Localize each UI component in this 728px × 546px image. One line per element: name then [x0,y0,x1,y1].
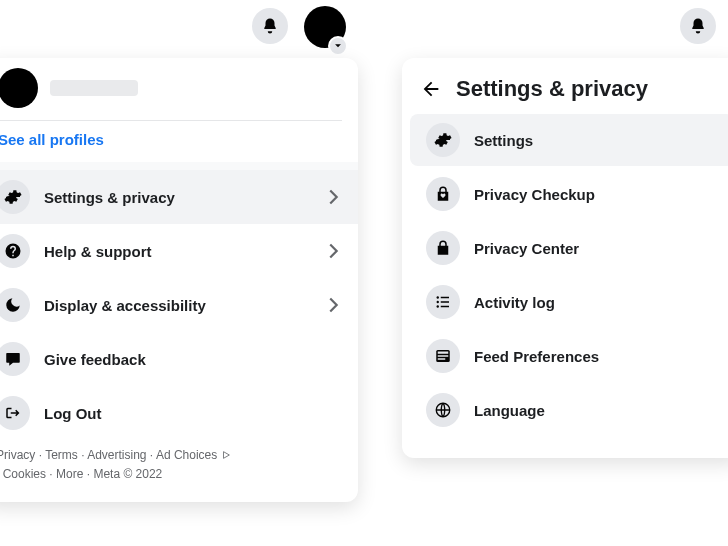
svg-rect-7 [438,352,449,354]
profile-name-placeholder [50,80,138,96]
avatar [0,68,38,108]
notifications-button[interactable] [252,8,288,44]
menu-item-settings-privacy[interactable]: Settings & privacy [0,170,358,224]
feedback-icon [0,342,30,376]
menu-item-label: Settings & privacy [44,189,308,206]
menu-item-label: Display & accessibility [44,297,308,314]
globe-icon [426,393,460,427]
menu-item-log-out[interactable]: Log Out [0,386,358,440]
svg-point-1 [437,301,439,303]
footer-links: Privacy · Terms · Advertising · Ad Choic… [0,440,358,502]
help-icon [0,234,30,268]
settings-item-label: Activity log [474,294,718,311]
account-menu-toggle[interactable] [328,36,348,56]
svg-point-2 [437,305,439,307]
footer-privacy[interactable]: Privacy [0,448,35,462]
profile-row[interactable] [0,58,358,112]
chevron-right-icon [322,240,344,262]
topbar-right [400,0,728,46]
footer-more[interactable]: More [56,467,83,481]
settings-item-settings[interactable]: Settings [410,114,728,166]
menu-item-help-support[interactable]: Help & support [0,224,358,278]
footer-ad-choices[interactable]: Ad Choices [156,448,217,462]
settings-item-label: Language [474,402,718,419]
chevron-down-icon [333,41,343,51]
menu-item-display-accessibility[interactable]: Display & accessibility [0,278,358,332]
see-all-profiles-link[interactable]: See all profiles [0,123,358,162]
settings-item-activity-log[interactable]: Activity log [410,276,728,328]
settings-item-label: Feed Preferences [474,348,718,365]
bell-icon [689,17,707,35]
svg-rect-9 [438,358,446,360]
footer-meta: Meta © 2022 [93,467,162,481]
settings-privacy-panel: Settings & privacy Settings Privacy Chec… [402,58,728,458]
moon-icon [0,288,30,322]
chevron-right-icon [322,294,344,316]
divider [0,120,342,121]
settings-item-language[interactable]: Language [410,384,728,436]
list-icon [426,285,460,319]
topbar-left [0,0,364,46]
logout-icon [0,396,30,430]
settings-item-label: Settings [474,132,718,149]
panel-title: Settings & privacy [456,76,648,102]
feed-icon [426,339,460,373]
bell-icon [261,17,279,35]
ad-choices-icon [221,450,231,460]
menu-item-give-feedback[interactable]: Give feedback [0,332,358,386]
svg-rect-5 [441,306,449,308]
svg-point-0 [437,296,439,298]
svg-rect-4 [441,301,449,303]
settings-item-label: Privacy Center [474,240,718,257]
lock-icon [426,231,460,265]
menu-item-label: Log Out [44,405,344,422]
settings-item-privacy-center[interactable]: Privacy Center [410,222,728,274]
settings-item-label: Privacy Checkup [474,186,718,203]
section-gap [0,162,358,170]
account-menu-panel: See all profiles Settings & privacy Help… [0,58,358,502]
gear-icon [0,180,30,214]
settings-item-privacy-checkup[interactable]: Privacy Checkup [410,168,728,220]
footer-cookies[interactable]: Cookies [3,467,46,481]
svg-rect-8 [438,355,449,357]
lock-heart-icon [426,177,460,211]
notifications-button[interactable] [680,8,716,44]
menu-item-label: Help & support [44,243,308,260]
footer-advertising[interactable]: Advertising [87,448,146,462]
svg-rect-3 [441,297,449,299]
chevron-right-icon [322,186,344,208]
footer-terms[interactable]: Terms [45,448,78,462]
gear-icon [426,123,460,157]
back-button[interactable] [420,78,442,100]
menu-item-label: Give feedback [44,351,344,368]
settings-item-feed-preferences[interactable]: Feed Preferences [410,330,728,382]
